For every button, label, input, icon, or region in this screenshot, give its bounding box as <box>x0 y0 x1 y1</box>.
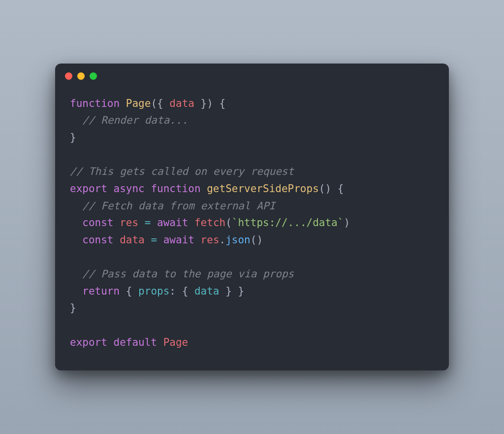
colon: : <box>169 285 176 297</box>
window-titlebar <box>55 64 449 89</box>
identifier-page: Page <box>126 98 151 109</box>
code-line: const data = await res.json() <box>70 234 263 246</box>
body-open: { <box>338 183 344 195</box>
keyword-const: const <box>82 217 113 229</box>
body-close: } <box>70 302 76 314</box>
comment: // This gets called on every request <box>70 166 294 177</box>
code-line: // This gets called on every request <box>70 166 294 177</box>
keyword-function: function <box>151 183 200 195</box>
operator-equals: = <box>145 217 151 229</box>
keyword-const: const <box>82 234 113 246</box>
brace-open: { <box>126 285 138 297</box>
zoom-icon[interactable] <box>90 72 97 80</box>
keyword-default: default <box>114 336 158 348</box>
code-line: return { props: { data } } <box>70 285 244 297</box>
paren-close: ) <box>344 217 350 229</box>
minimize-icon[interactable] <box>77 72 85 80</box>
operator-equals: = <box>151 234 157 246</box>
code-line: // Pass data to the page via props <box>70 268 294 280</box>
prop-props: props <box>138 285 169 297</box>
comment: // Fetch data from external API <box>82 200 275 212</box>
close-icon[interactable] <box>65 72 72 80</box>
keyword-export: export <box>70 183 107 195</box>
brace-open: { <box>157 98 169 109</box>
code-line: export default Page <box>70 336 188 348</box>
code-window: function Page({ data }) { // Render data… <box>55 64 449 371</box>
keyword-function: function <box>70 98 120 109</box>
comment: // Render data... <box>82 114 188 126</box>
param-data: data <box>169 98 194 109</box>
identifier-gssp: getServerSideProps <box>207 183 319 195</box>
body-close: } <box>70 132 76 143</box>
paren-open: ( <box>225 217 232 229</box>
obj-res: res <box>201 234 220 246</box>
code-line: } <box>70 132 76 143</box>
brace-close: } <box>232 285 244 297</box>
var-res: res <box>120 217 138 229</box>
paren-close: ) <box>207 98 213 109</box>
code-line: } <box>70 302 76 314</box>
identifier-page: Page <box>163 336 189 348</box>
keyword-await: await <box>157 217 188 229</box>
parens: () <box>251 234 263 246</box>
code-block: function Page({ data }) { // Render data… <box>55 89 449 357</box>
code-line: // Render data... <box>70 114 188 126</box>
keyword-return: return <box>82 285 120 297</box>
code-line: function Page({ data }) { <box>70 98 225 109</box>
comment: // Pass data to the page via props <box>82 268 294 280</box>
dot: . <box>220 234 226 246</box>
fn-fetch: fetch <box>194 217 225 229</box>
code-line: const res = await fetch(`https://.../dat… <box>70 217 350 229</box>
keyword-await: await <box>163 234 194 246</box>
var-data: data <box>120 234 145 246</box>
paren-open: ( <box>151 98 157 109</box>
code-line: export async function getServerSideProps… <box>70 183 344 195</box>
var-data: data <box>194 285 220 297</box>
brace-close: } <box>220 285 232 297</box>
method-json: json <box>225 234 251 246</box>
string-url: `https://.../data` <box>232 217 344 229</box>
keyword-export: export <box>70 336 107 348</box>
body-open: { <box>220 98 226 109</box>
parens: () <box>319 183 331 195</box>
brace-close: } <box>194 98 207 109</box>
brace-open: { <box>182 285 194 297</box>
code-line: // Fetch data from external API <box>70 200 275 212</box>
keyword-async: async <box>114 183 145 195</box>
